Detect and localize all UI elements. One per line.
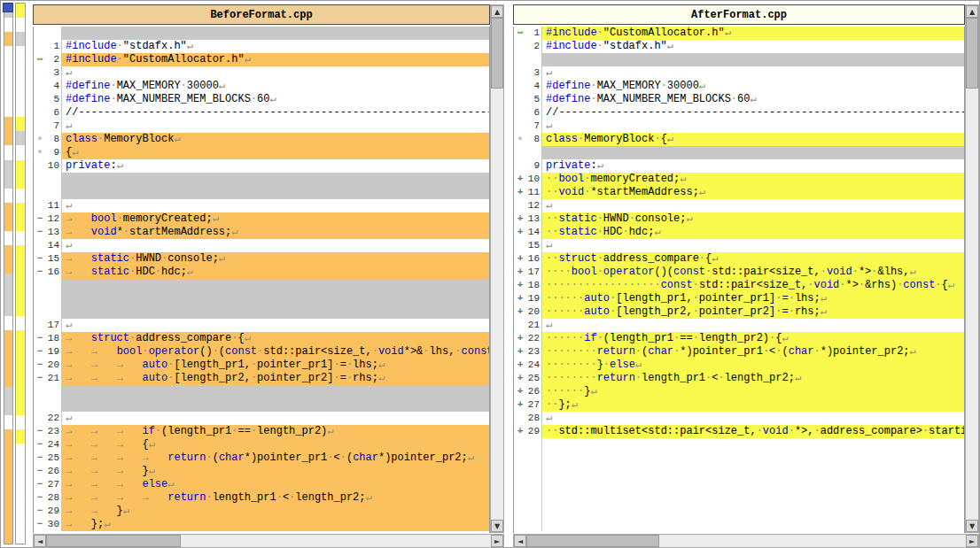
location-map-segment[interactable] [16,60,25,74]
code-line-text[interactable] [62,27,489,40]
location-map-segment[interactable] [4,174,12,189]
code-line-text[interactable] [62,385,489,398]
code-line-text[interactable]: ··struct·address_compare·{↵ [542,252,964,266]
location-map-segment[interactable] [4,89,12,103]
code-line-text[interactable]: → → → if·(length_pr1·==·length_pr2)↵ [62,425,489,438]
location-map-segment[interactable] [16,288,25,302]
scroll-up-button[interactable]: ▲ [966,5,978,18]
code-line-text[interactable] [62,279,489,292]
code-line-text[interactable]: → → → auto·[length_pr2,·pointer_pr2]·=·r… [62,372,489,385]
code-line-text[interactable]: ↵ [62,412,489,425]
location-map-segment[interactable] [16,316,25,330]
location-map-segment[interactable] [4,401,12,415]
location-map-segment[interactable] [16,373,25,387]
location-map-segment[interactable] [16,103,25,117]
code-line-text[interactable]: #include·"CustomAllocator.h"↵ [542,27,964,40]
code-line-text[interactable]: ······}↵ [542,385,964,398]
location-map-segment[interactable] [4,217,12,231]
code-line-text[interactable] [542,146,964,159]
location-map-segment[interactable] [4,203,12,217]
location-map-segment[interactable] [16,529,25,544]
location-map-segment[interactable] [16,302,25,316]
location-map-segment[interactable] [16,487,25,501]
location-map-segment[interactable] [16,501,25,515]
location-map-segment[interactable] [4,259,12,274]
location-pane-left-bar[interactable] [4,3,13,544]
left-hscroll-thumb[interactable] [46,535,181,547]
code-line-text[interactable]: → static·HDC·hdc;↵ [62,266,489,279]
location-map-segment[interactable] [4,117,12,131]
location-map-segment[interactable] [4,60,12,74]
location-map-segment[interactable] [16,231,25,245]
code-line-text[interactable] [542,438,964,452]
location-map-segment[interactable] [16,174,25,189]
location-map-segment[interactable] [16,245,25,259]
code-line-text[interactable]: private:↵ [542,159,964,173]
code-line-text[interactable]: {↵ [62,146,489,159]
code-line-text[interactable] [542,518,964,531]
location-map-segment[interactable] [16,217,25,231]
code-line-text[interactable]: ↵ [542,319,964,332]
code-line-text[interactable]: → void*·startMemAddress;↵ [62,226,489,239]
code-line-text[interactable] [542,478,964,491]
location-map-segment[interactable] [16,203,25,217]
location-map-segment[interactable] [4,316,12,330]
code-line-text[interactable] [62,186,489,199]
location-map-segment[interactable] [4,245,12,259]
location-map-segment[interactable] [4,473,12,487]
code-line-text[interactable]: ··void·*startMemAddress;↵ [542,186,964,199]
code-line-text[interactable]: → → → else↵ [62,478,489,491]
left-vscroll-thumb[interactable] [491,18,503,89]
code-line-text[interactable]: → struct·address_compare·{↵ [62,332,489,345]
right-horizontal-scrollbar[interactable]: ◄ ► [513,534,979,548]
scroll-down-button[interactable]: ▼ [966,520,978,532]
code-line-text[interactable]: → };↵ [62,518,489,531]
location-map-segment[interactable] [16,387,25,401]
location-map-segment[interactable] [16,330,25,344]
location-map-segment[interactable] [4,359,12,373]
right-vertical-scrollbar[interactable]: ▲ ▼ [965,4,979,533]
code-line-text[interactable] [542,53,964,66]
scroll-right-button[interactable]: ► [491,535,503,547]
code-line-text[interactable]: → → }↵ [62,505,489,518]
location-map-segment[interactable] [4,459,12,473]
location-map-segment[interactable] [16,344,25,359]
code-line-text[interactable]: ········return·(char·*)pointer_pr1·<·(ch… [542,345,964,359]
location-map-segment[interactable] [4,387,12,401]
code-line-text[interactable]: ↵ [62,66,489,80]
code-line-text[interactable]: ↵ [62,239,489,252]
code-line-text[interactable]: //--------------------------------------… [62,106,489,120]
location-map-segment[interactable] [16,18,25,32]
location-map-segment[interactable] [16,32,25,46]
location-map-segment[interactable] [4,274,12,288]
location-map-segment[interactable] [4,529,12,544]
code-line-text[interactable] [542,452,964,465]
code-line-text[interactable] [62,305,489,319]
code-line-text[interactable] [62,173,489,186]
location-map-segment[interactable] [16,74,25,89]
code-line-text[interactable]: ↵ [62,199,489,212]
location-map-segment[interactable] [16,429,25,444]
location-map-segment[interactable] [16,444,25,458]
location-map-segment[interactable] [4,160,12,174]
location-map-segment[interactable] [4,330,12,344]
location-map-segment[interactable] [16,274,25,288]
right-hscroll-track[interactable] [526,535,966,547]
location-map-segment[interactable] [16,4,25,18]
location-map-segment[interactable] [4,444,12,458]
right-pane-header[interactable]: AfterFormat.cpp [513,4,965,25]
left-pane-header[interactable]: BeforeFormat.cpp [33,4,490,25]
location-map-segment[interactable] [16,189,25,203]
scroll-left-button[interactable]: ◄ [514,535,526,547]
code-line-text[interactable]: ··};↵ [542,398,964,412]
location-map-segment[interactable] [4,344,12,359]
code-line-text[interactable]: #define·MAX_MEMORY·30000↵ [542,80,964,93]
code-line-text[interactable]: → static·HWND·console;↵ [62,252,489,266]
code-line-text[interactable]: class·MemoryBlock↵ [62,133,489,146]
code-line-text[interactable]: ······auto·[length_pr1,·pointer_pr1]·=·l… [542,292,964,305]
code-line-text[interactable]: ··static·HDC·hdc;↵ [542,226,964,239]
code-line-text[interactable]: ··················const·std::pair<size_t… [542,279,964,292]
location-map-segment[interactable] [16,473,25,487]
code-line-text[interactable]: //--------------------------------------… [542,106,964,120]
code-line-text[interactable]: ··std::multiset<std::pair<size_t,·void·*… [542,425,964,438]
